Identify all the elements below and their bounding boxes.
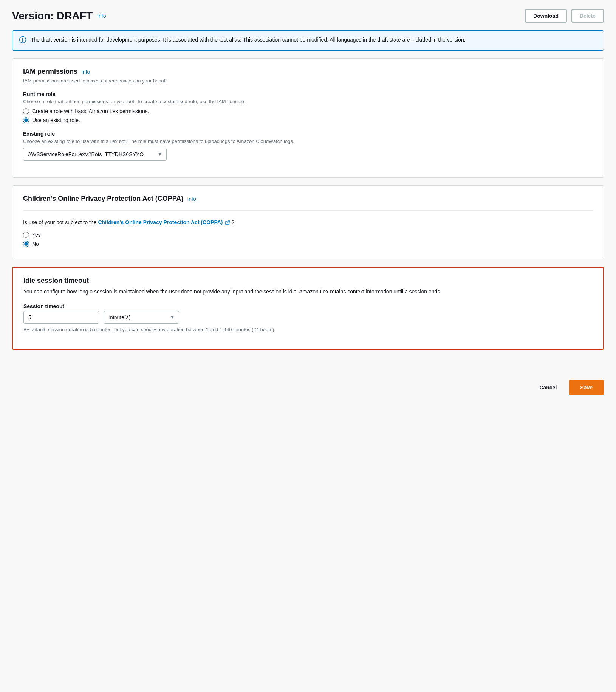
download-button[interactable]: Download — [525, 9, 567, 23]
coppa-section: Children's Online Privacy Protection Act… — [12, 185, 604, 259]
iam-section-subtitle: IAM permissions are used to access other… — [23, 78, 593, 84]
runtime-role-group: Runtime role Choose a role that defines … — [23, 91, 593, 123]
external-link-icon — [225, 220, 230, 225]
create-role-label[interactable]: Create a role with basic Amazon Lex perm… — [32, 108, 149, 114]
iam-info-link[interactable]: Info — [81, 69, 90, 75]
coppa-yes-option[interactable]: Yes — [23, 232, 593, 238]
coppa-no-label[interactable]: No — [32, 241, 39, 247]
existing-role-radio[interactable] — [23, 117, 29, 123]
existing-role-label[interactable]: Use an existing role. — [32, 117, 80, 123]
coppa-yes-label[interactable]: Yes — [32, 232, 41, 238]
coppa-question-text: Is use of your bot subject to the — [23, 219, 97, 225]
create-role-option[interactable]: Create a role with basic Amazon Lex perm… — [23, 108, 593, 114]
cancel-button[interactable]: Cancel — [533, 382, 563, 394]
coppa-section-title: Children's Online Privacy Protection Act… — [23, 195, 183, 203]
coppa-section-title-group: Children's Online Privacy Protection Act… — [23, 195, 593, 203]
existing-role-select-wrapper: AWSServiceRoleForLexV2Bots_TTYDHS6SYYO ▼ — [23, 148, 167, 161]
coppa-question-end: ? — [231, 219, 234, 225]
runtime-role-description: Choose a role that defines permissions f… — [23, 99, 593, 104]
idle-timeout-description: You can configure how long a session is … — [23, 288, 593, 296]
save-button[interactable]: Save — [569, 380, 604, 395]
page-info-link[interactable]: Info — [97, 13, 106, 19]
existing-role-field-description: Choose an existing role to use with this… — [23, 138, 593, 144]
coppa-act-link-text: Children's Online Privacy Protection Act… — [98, 219, 223, 225]
session-timeout-group: Session timeout 5 minute(s) hour(s) ▼ By… — [23, 303, 593, 332]
existing-role-select[interactable]: AWSServiceRoleForLexV2Bots_TTYDHS6SYYO — [23, 148, 167, 161]
info-icon: i — [19, 36, 26, 45]
page-title: Version: DRAFT — [12, 10, 93, 22]
svg-text:i: i — [22, 37, 23, 43]
existing-role-option[interactable]: Use an existing role. — [23, 117, 593, 123]
title-prefix: Version: — [12, 10, 57, 22]
iam-section-title: IAM permissions — [23, 68, 77, 76]
session-timeout-label: Session timeout — [23, 303, 593, 309]
coppa-no-radio[interactable] — [23, 241, 29, 247]
runtime-role-label: Runtime role — [23, 91, 593, 97]
page-header: Version: DRAFT Info Download Delete — [12, 9, 604, 23]
existing-role-field-label: Existing role — [23, 131, 593, 137]
session-timeout-row: 5 minute(s) hour(s) ▼ — [23, 311, 593, 324]
coppa-act-link[interactable]: Children's Online Privacy Protection Act… — [98, 219, 231, 225]
info-banner-text: The draft version is intended for develo… — [31, 36, 466, 44]
idle-session-timeout-section: Idle session timeout You can configure h… — [12, 267, 604, 350]
page-footer: Cancel Save — [0, 372, 616, 403]
create-role-radio[interactable] — [23, 108, 29, 114]
coppa-no-option[interactable]: No — [23, 241, 593, 247]
title-emphasis: DRAFT — [57, 10, 93, 22]
existing-role-group: Existing role Choose an existing role to… — [23, 131, 593, 161]
delete-button: Delete — [571, 9, 604, 23]
page-title-group: Version: DRAFT Info — [12, 10, 106, 22]
coppa-yes-radio[interactable] — [23, 232, 29, 238]
timeout-note: By default, session duration is 5 minute… — [23, 327, 593, 332]
session-timeout-input[interactable]: 5 — [23, 311, 99, 324]
info-banner: i The draft version is intended for deve… — [12, 30, 604, 51]
header-buttons: Download Delete — [525, 9, 604, 23]
coppa-divider — [23, 210, 593, 211]
coppa-info-link[interactable]: Info — [187, 196, 196, 202]
iam-section-title-group: IAM permissions Info — [23, 68, 593, 76]
timeout-unit-select[interactable]: minute(s) hour(s) — [104, 311, 179, 324]
idle-timeout-title: Idle session timeout — [23, 277, 593, 285]
coppa-question: Is use of your bot subject to the Childr… — [23, 218, 593, 227]
iam-permissions-section: IAM permissions Info IAM permissions are… — [12, 58, 604, 178]
timeout-unit-select-wrapper: minute(s) hour(s) ▼ — [104, 311, 179, 324]
